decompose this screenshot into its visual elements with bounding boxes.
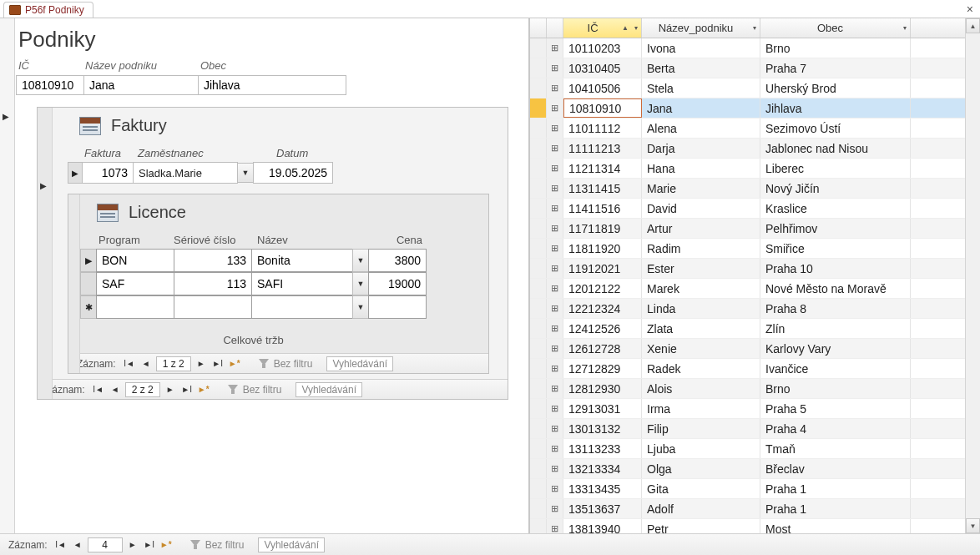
expand-icon[interactable]: ⊞ [547,219,563,238]
expand-icon[interactable]: ⊞ [547,419,563,438]
cell-ic[interactable]: 12812930 [563,379,642,398]
cell-nazev[interactable]: Marek [642,279,760,298]
cell-obec[interactable]: Sezimovo Ústí [760,119,911,138]
row-marker[interactable] [80,272,97,295]
chevron-down-icon[interactable]: ▼ [237,163,254,183]
search-input[interactable]: Vyhledávání [296,382,362,397]
cell-obec[interactable]: Praha 10 [760,259,911,278]
chevron-down-icon[interactable]: ▼ [352,295,369,319]
table-row[interactable]: ⊞11111213DarjaJablonec nad Nisou [530,139,965,159]
cell-obec[interactable]: Praha 8 [760,299,911,318]
cell-ic[interactable]: 13013132 [563,419,642,438]
table-row[interactable]: ⊞12612728XenieKarlovy Vary [530,339,965,359]
nav-last-button[interactable]: ►I [179,381,195,398]
scroll-up-button[interactable]: ▲ [966,18,980,33]
row-selector[interactable] [530,119,547,138]
cell-ic[interactable]: 12712829 [563,359,642,378]
row-selector[interactable] [530,98,547,118]
row-selector[interactable] [530,479,547,498]
row-selector[interactable] [530,339,547,358]
nazev-field[interactable] [83,75,199,95]
expand-icon[interactable]: ⊞ [547,299,563,318]
cell-nazev[interactable]: David [642,199,760,218]
cell-nazev[interactable]: Ivona [642,38,760,58]
cell-nazev[interactable]: Xenie [642,339,760,358]
cell-obec[interactable]: Pelhřimov [760,219,911,238]
cell-obec[interactable]: Praha 1 [760,479,911,498]
cell-obec[interactable]: Brno [760,38,911,58]
table-row[interactable]: ⊞11411516DavidKraslice [530,199,965,219]
expand-icon[interactable]: ⊞ [547,119,563,138]
row-marker[interactable]: ▶ [80,249,97,272]
faktury-record-selector[interactable]: ▶ [38,108,53,399]
cell-obec[interactable]: Břeclav [760,459,911,478]
row-selector[interactable] [530,499,547,518]
nazev-field[interactable] [251,295,353,319]
table-row[interactable]: ⊞12212324LindaPraha 8 [530,299,965,319]
expand-icon[interactable]: ⊞ [547,58,563,78]
table-row[interactable]: ⊞11711819ArturPelhřimov [530,219,965,239]
table-row[interactable]: ⊞11912021EsterPraha 10 [530,259,965,279]
expand-icon[interactable]: ⊞ [547,319,563,338]
new-row-marker[interactable]: ✱ [80,295,97,319]
cell-nazev[interactable]: Adolf [642,499,760,518]
expand-icon[interactable]: ⊞ [547,479,563,498]
grid-body[interactable]: ⊞10110203IvonaBrno⊞10310405BertaPraha 7⊞… [530,38,965,533]
cell-ic[interactable]: 12612728 [563,339,642,358]
chevron-down-icon[interactable]: ▼ [352,272,369,295]
cell-nazev[interactable]: Filip [642,419,760,438]
expand-icon[interactable]: ⊞ [547,259,563,278]
row-selector[interactable] [530,179,547,198]
chevron-down-icon[interactable]: ▼ [352,249,369,272]
faktura-field[interactable] [82,162,134,184]
row-selector[interactable] [530,459,547,478]
cell-obec[interactable]: Uherský Brod [760,78,911,98]
expand-icon[interactable]: ⊞ [547,339,563,358]
cell-ic[interactable]: 13113233 [563,439,642,458]
cell-obec[interactable]: Nové Město na Moravě [760,279,911,298]
table-row[interactable]: ⊞12012122MarekNové Město na Moravě [530,279,965,299]
row-selector[interactable] [530,139,547,158]
expand-icon[interactable]: ⊞ [547,98,563,118]
nav-position[interactable]: 1 z 2 [156,356,191,371]
cell-ic[interactable]: 12913031 [563,399,642,418]
nav-new-button[interactable]: ►* [195,381,212,398]
serial-field[interactable] [174,295,252,319]
nav-first-button[interactable]: I◄ [121,356,138,372]
expand-icon[interactable]: ⊞ [547,519,563,533]
cell-obec[interactable]: Jihlava [760,98,911,118]
cell-nazev[interactable]: Stela [642,78,760,98]
serial-field[interactable] [174,272,252,295]
program-field[interactable] [96,272,174,295]
cell-nazev[interactable]: Alois [642,379,760,398]
row-marker[interactable]: ▶ [68,162,83,184]
cell-obec[interactable]: Praha 4 [760,419,911,438]
nav-last-button[interactable]: ►I [210,356,226,372]
cell-nazev[interactable]: Radim [642,239,760,258]
table-row[interactable]: ⊞10310405BertaPraha 7 [530,58,965,78]
cell-obec[interactable]: Jablonec nad Nisou [760,139,911,158]
row-selector[interactable] [530,319,547,338]
row-selector[interactable] [530,78,547,98]
cell-obec[interactable]: Kraslice [760,199,911,218]
cell-ic[interactable]: 13313435 [563,479,642,498]
table-row[interactable]: ⊞13313435GitaPraha 1 [530,479,965,499]
cell-obec[interactable]: Ivančice [760,359,911,378]
cell-obec[interactable]: Zlín [760,319,911,338]
row-selector[interactable] [530,199,547,218]
table-row[interactable]: ⊞12412526ZlataZlín [530,319,965,339]
nav-first-button[interactable]: I◄ [90,381,107,398]
expand-icon[interactable]: ⊞ [547,239,563,258]
nav-next-button[interactable]: ► [193,356,210,372]
table-row[interactable]: ⊞13213334OlgaBřeclav [530,459,965,479]
row-selector[interactable] [530,279,547,298]
column-header-obec[interactable]: Obec ▾ [760,18,911,38]
cell-ic[interactable]: 10810910 [563,98,642,118]
table-row[interactable]: ⊞12712829RadekIvančice [530,359,965,379]
row-selector[interactable] [530,439,547,458]
row-selector[interactable] [530,259,547,278]
table-row[interactable]: ⊞13513637AdolfPraha 1 [530,499,965,519]
cell-obec[interactable]: Praha 1 [760,499,911,518]
zamestnanec-select[interactable]: Sladka.Marie [133,162,238,184]
table-row[interactable]: ⊞11211314HanaLiberec [530,159,965,179]
